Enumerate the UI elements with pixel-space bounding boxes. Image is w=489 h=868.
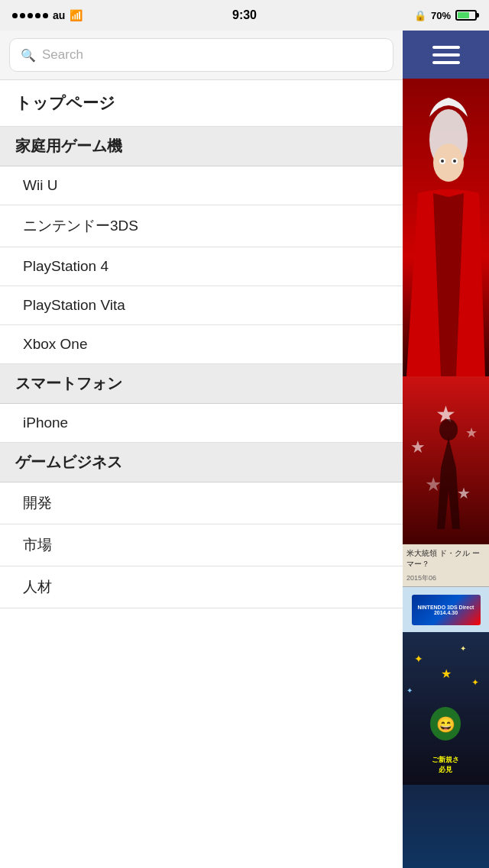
status-time: 9:30: [232, 8, 257, 22]
search-bar[interactable]: 🔍 Search: [9, 38, 393, 72]
signal-dot-5: [43, 13, 48, 18]
nav-item-jinzai[interactable]: 人材: [0, 566, 403, 608]
hamburger-button[interactable]: [403, 31, 489, 79]
search-icon: 🔍: [21, 48, 36, 63]
nav-item-iphone[interactable]: iPhone: [0, 404, 403, 443]
battery-percent: 70%: [431, 10, 451, 21]
nav-item-kaihatsu[interactable]: 開発: [0, 482, 403, 524]
lock-icon: 🔒: [414, 10, 426, 21]
signal-dot-3: [28, 13, 33, 18]
svg-text:★: ★: [457, 485, 471, 502]
right-image-anime: 【イン カラ！: [403, 79, 489, 376]
right-promo-panel: ✦ ✦ ★ ✦ ✦ 😄 ご新規さ 必見: [403, 632, 489, 868]
signal-dots: [12, 13, 48, 18]
svg-text:★: ★: [410, 437, 426, 457]
svg-point-6: [441, 160, 444, 163]
svg-text:✦: ✦: [414, 653, 423, 665]
svg-text:✦: ✦: [471, 677, 479, 688]
anime-background: [403, 79, 489, 376]
svg-text:✦: ✦: [406, 686, 413, 695]
nav-item-xboxone[interactable]: Xbox One: [0, 325, 403, 364]
svg-text:★: ★: [441, 667, 452, 680]
main-layout: 🔍 Search トップページ 家庭用ゲーム機 Wii U ニンテンドー3DS …: [0, 31, 489, 868]
battery-fill: [458, 12, 469, 18]
svg-point-15: [439, 419, 458, 440]
right-article-panel: ★ ★ ★ ★ ★ 米大統領 ド・クル ーマー？ 2015年06: [403, 376, 489, 586]
nav-item-ps4[interactable]: PlayStation 4: [0, 247, 403, 286]
signal-dot-1: [12, 13, 18, 18]
right-content: 【イン カラ！ ★: [403, 79, 489, 868]
hamburger-line-3: [432, 61, 460, 64]
nav-section-header-business: ゲームビジネス: [0, 443, 403, 482]
svg-text:😄: 😄: [436, 715, 455, 734]
status-left: au 📶: [12, 9, 83, 21]
nav-item-wiiu[interactable]: Wii U: [0, 166, 403, 205]
right-panel: 【イン カラ！ ★: [403, 31, 489, 868]
svg-text:★: ★: [465, 425, 478, 440]
hamburger-line-2: [432, 53, 460, 56]
status-right: 🔒 70%: [414, 10, 477, 21]
right-article-text: 米大統領 ド・クル ーマー？: [403, 544, 489, 573]
battery-container: [455, 10, 477, 21]
signal-dot-2: [20, 13, 25, 18]
svg-text:必見: 必見: [438, 766, 452, 773]
wifi-icon: 📶: [70, 9, 83, 21]
status-bar: au 📶 9:30 🔒 70%: [0, 0, 489, 31]
svg-point-3: [433, 144, 464, 182]
nav-item-shijo[interactable]: 市場: [0, 524, 403, 566]
right-nintendo-label: NINTENDO 3DS Direct 2014.4.30: [412, 605, 481, 615]
nav-section-header-console: 家庭用ゲーム機: [0, 127, 403, 166]
svg-text:★: ★: [425, 473, 442, 495]
search-placeholder: Search: [42, 47, 83, 63]
hamburger-line-1: [432, 46, 460, 49]
svg-point-7: [453, 160, 456, 163]
carrier-label: au: [53, 9, 65, 21]
right-nintendo-panel: NINTENDO 3DS Direct 2014.4.30: [403, 586, 489, 632]
nav-item-psvita[interactable]: PlayStation Vita: [0, 286, 403, 325]
search-bar-wrapper: 🔍 Search: [0, 31, 403, 80]
nav-top-page[interactable]: トップページ: [0, 80, 403, 127]
sidebar: 🔍 Search トップページ 家庭用ゲーム機 Wii U ニンテンドー3DS …: [0, 31, 403, 868]
battery-icon: [455, 10, 477, 21]
right-nintendo-inner: NINTENDO 3DS Direct 2014.4.30: [412, 595, 481, 625]
svg-text:✦: ✦: [460, 644, 466, 653]
nav-section-header-smartphone: スマートフォン: [0, 364, 403, 404]
right-article-image: ★ ★ ★ ★ ★: [403, 376, 489, 544]
nav-item-3ds[interactable]: ニンテンドー3DS: [0, 205, 403, 247]
signal-dot-4: [35, 13, 40, 18]
right-article-date: 2015年06: [403, 573, 489, 586]
svg-text:ご新規さ: ご新規さ: [432, 755, 459, 763]
